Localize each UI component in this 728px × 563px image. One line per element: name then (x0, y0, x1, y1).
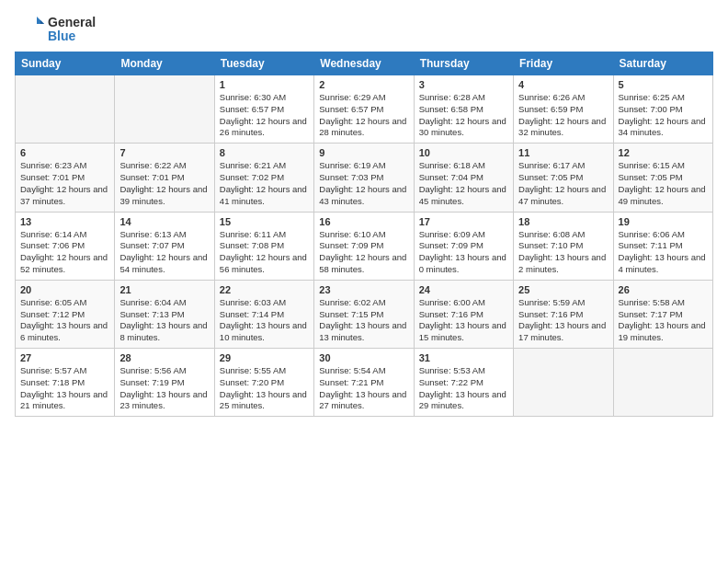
calendar-cell: 26Sunrise: 5:58 AMSunset: 7:17 PMDayligh… (613, 280, 712, 348)
day-info: Sunrise: 6:14 AMSunset: 7:06 PMDaylight:… (20, 229, 109, 276)
calendar-cell: 30Sunrise: 5:54 AMSunset: 7:21 PMDayligh… (314, 349, 414, 417)
week-row-5: 27Sunrise: 5:57 AMSunset: 7:18 PMDayligh… (16, 349, 713, 417)
weekday-header-saturday: Saturday (613, 52, 712, 75)
day-number: 24 (419, 284, 508, 295)
day-info: Sunrise: 5:56 AMSunset: 7:19 PMDaylight:… (119, 365, 209, 412)
day-info: Sunrise: 5:54 AMSunset: 7:21 PMDaylight:… (319, 365, 408, 412)
day-info: Sunrise: 6:30 AMSunset: 6:57 PMDaylight:… (220, 92, 309, 139)
day-number: 20 (20, 284, 109, 295)
day-info: Sunrise: 6:29 AMSunset: 6:57 PMDaylight:… (319, 92, 408, 139)
logo-blue-text: Blue (48, 29, 96, 43)
calendar-cell: 24Sunrise: 6:00 AMSunset: 7:16 PMDayligh… (414, 280, 513, 348)
week-row-4: 20Sunrise: 6:05 AMSunset: 7:12 PMDayligh… (16, 280, 713, 348)
day-number: 1 (220, 79, 309, 90)
week-row-2: 6Sunrise: 6:23 AMSunset: 7:01 PMDaylight… (16, 144, 713, 212)
day-number: 19 (619, 216, 708, 227)
calendar-cell: 31Sunrise: 5:53 AMSunset: 7:22 PMDayligh… (414, 349, 513, 417)
day-info: Sunrise: 6:15 AMSunset: 7:05 PMDaylight:… (619, 160, 708, 207)
calendar-cell (115, 75, 214, 144)
weekday-header-thursday: Thursday (414, 52, 513, 75)
day-info: Sunrise: 5:58 AMSunset: 7:17 PMDaylight:… (619, 297, 708, 344)
calendar-cell: 2Sunrise: 6:29 AMSunset: 6:57 PMDaylight… (314, 75, 414, 144)
day-info: Sunrise: 6:08 AMSunset: 7:10 PMDaylight:… (518, 229, 608, 276)
calendar-cell: 16Sunrise: 6:10 AMSunset: 7:09 PMDayligh… (314, 212, 414, 280)
calendar-cell: 28Sunrise: 5:56 AMSunset: 7:19 PMDayligh… (115, 349, 214, 417)
weekday-header-tuesday: Tuesday (214, 52, 313, 75)
day-number: 21 (119, 284, 209, 295)
day-info: Sunrise: 6:00 AMSunset: 7:16 PMDaylight:… (419, 297, 508, 344)
calendar-cell: 14Sunrise: 6:13 AMSunset: 7:07 PMDayligh… (115, 212, 214, 280)
day-number: 26 (619, 284, 708, 295)
day-number: 29 (220, 352, 309, 363)
day-info: Sunrise: 6:22 AMSunset: 7:01 PMDaylight:… (119, 160, 209, 207)
calendar-cell: 15Sunrise: 6:11 AMSunset: 7:08 PMDayligh… (214, 212, 313, 280)
calendar-cell: 21Sunrise: 6:04 AMSunset: 7:13 PMDayligh… (115, 280, 214, 348)
day-info: Sunrise: 6:09 AMSunset: 7:09 PMDaylight:… (419, 229, 508, 276)
day-info: Sunrise: 6:21 AMSunset: 7:02 PMDaylight:… (220, 160, 309, 207)
day-info: Sunrise: 6:03 AMSunset: 7:14 PMDaylight:… (220, 297, 309, 344)
day-info: Sunrise: 6:10 AMSunset: 7:09 PMDaylight:… (319, 229, 408, 276)
day-info: Sunrise: 6:19 AMSunset: 7:03 PMDaylight:… (319, 160, 408, 207)
day-info: Sunrise: 6:23 AMSunset: 7:01 PMDaylight:… (20, 160, 109, 207)
calendar-cell: 27Sunrise: 5:57 AMSunset: 7:18 PMDayligh… (16, 349, 115, 417)
calendar-cell: 8Sunrise: 6:21 AMSunset: 7:02 PMDaylight… (214, 144, 313, 212)
calendar-cell (613, 349, 712, 417)
page-header: General Blue (15, 15, 713, 44)
weekday-header-row: SundayMondayTuesdayWednesdayThursdayFrid… (16, 52, 713, 75)
day-info: Sunrise: 5:55 AMSunset: 7:20 PMDaylight:… (220, 365, 309, 412)
calendar-cell: 7Sunrise: 6:22 AMSunset: 7:01 PMDaylight… (115, 144, 214, 212)
day-info: Sunrise: 6:25 AMSunset: 7:00 PMDaylight:… (619, 92, 708, 139)
weekday-header-sunday: Sunday (16, 52, 115, 75)
week-row-3: 13Sunrise: 6:14 AMSunset: 7:06 PMDayligh… (16, 212, 713, 280)
day-number: 17 (419, 216, 508, 227)
day-number: 2 (319, 79, 408, 90)
calendar-cell: 13Sunrise: 6:14 AMSunset: 7:06 PMDayligh… (16, 212, 115, 280)
day-number: 10 (419, 147, 508, 158)
calendar-cell: 20Sunrise: 6:05 AMSunset: 7:12 PMDayligh… (16, 280, 115, 348)
svg-marker-1 (40, 20, 44, 24)
day-number: 13 (20, 216, 109, 227)
logo-icon (15, 15, 44, 44)
calendar-cell: 29Sunrise: 5:55 AMSunset: 7:20 PMDayligh… (214, 349, 313, 417)
calendar-cell: 3Sunrise: 6:28 AMSunset: 6:58 PMDaylight… (414, 75, 513, 144)
weekday-header-friday: Friday (514, 52, 613, 75)
day-number: 5 (619, 79, 708, 90)
calendar-cell: 10Sunrise: 6:18 AMSunset: 7:04 PMDayligh… (414, 144, 513, 212)
weekday-header-monday: Monday (115, 52, 214, 75)
day-info: Sunrise: 6:26 AMSunset: 6:59 PMDaylight:… (518, 92, 608, 139)
calendar-cell: 1Sunrise: 6:30 AMSunset: 6:57 PMDaylight… (214, 75, 313, 144)
day-number: 18 (518, 216, 608, 227)
day-number: 7 (119, 147, 209, 158)
calendar-cell: 6Sunrise: 6:23 AMSunset: 7:01 PMDaylight… (16, 144, 115, 212)
calendar-cell (514, 349, 613, 417)
day-info: Sunrise: 6:05 AMSunset: 7:12 PMDaylight:… (20, 297, 109, 344)
calendar-cell: 25Sunrise: 5:59 AMSunset: 7:16 PMDayligh… (514, 280, 613, 348)
calendar-cell: 18Sunrise: 6:08 AMSunset: 7:10 PMDayligh… (514, 212, 613, 280)
day-number: 11 (518, 147, 608, 158)
calendar-cell: 23Sunrise: 6:02 AMSunset: 7:15 PMDayligh… (314, 280, 414, 348)
day-info: Sunrise: 6:17 AMSunset: 7:05 PMDaylight:… (518, 160, 608, 207)
day-info: Sunrise: 6:04 AMSunset: 7:13 PMDaylight:… (119, 297, 209, 344)
day-number: 6 (20, 147, 109, 158)
calendar-cell (16, 75, 115, 144)
day-number: 9 (319, 147, 408, 158)
calendar-cell: 5Sunrise: 6:25 AMSunset: 7:00 PMDaylight… (613, 75, 712, 144)
day-info: Sunrise: 6:28 AMSunset: 6:58 PMDaylight:… (419, 92, 508, 139)
logo-wrapper: General Blue (15, 15, 96, 44)
day-info: Sunrise: 5:57 AMSunset: 7:18 PMDaylight:… (20, 365, 109, 412)
calendar-cell: 4Sunrise: 6:26 AMSunset: 6:59 PMDaylight… (514, 75, 613, 144)
day-number: 4 (518, 79, 608, 90)
day-number: 3 (419, 79, 508, 90)
day-number: 12 (619, 147, 708, 158)
calendar-cell: 12Sunrise: 6:15 AMSunset: 7:05 PMDayligh… (613, 144, 712, 212)
day-number: 28 (119, 352, 209, 363)
day-number: 31 (419, 352, 508, 363)
day-number: 8 (220, 147, 309, 158)
week-row-1: 1Sunrise: 6:30 AMSunset: 6:57 PMDaylight… (16, 75, 713, 144)
day-info: Sunrise: 6:13 AMSunset: 7:07 PMDaylight:… (119, 229, 209, 276)
calendar-cell: 22Sunrise: 6:03 AMSunset: 7:14 PMDayligh… (214, 280, 313, 348)
day-number: 25 (518, 284, 608, 295)
calendar-cell: 19Sunrise: 6:06 AMSunset: 7:11 PMDayligh… (613, 212, 712, 280)
day-info: Sunrise: 5:53 AMSunset: 7:22 PMDaylight:… (419, 365, 508, 412)
calendar-cell: 17Sunrise: 6:09 AMSunset: 7:09 PMDayligh… (414, 212, 513, 280)
